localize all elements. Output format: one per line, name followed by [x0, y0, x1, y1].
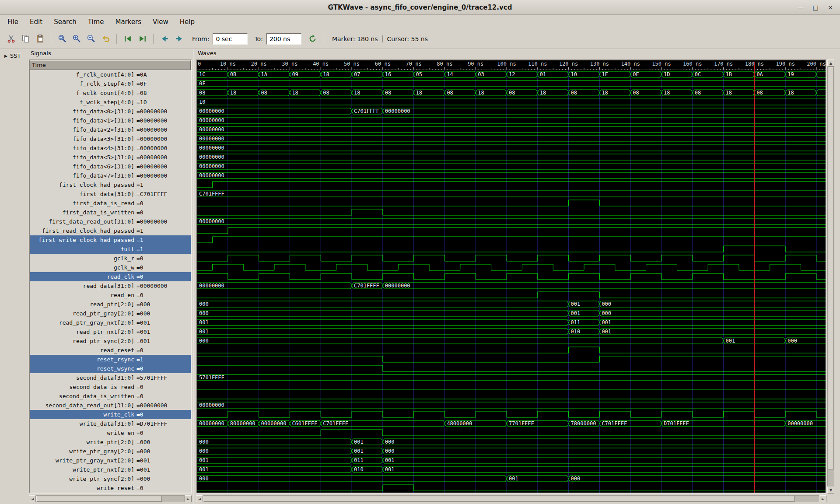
signal-value: =1: [136, 237, 183, 243]
signal-row[interactable]: read_ptr_gray_nxt[2:0]=001: [30, 318, 191, 327]
scrollbar-trough[interactable]: [827, 66, 834, 486]
signal-row[interactable]: fifo_data<5>[31:0]=00000000: [30, 153, 191, 162]
signal-row[interactable]: read_en=0: [30, 290, 191, 300]
svg-text:08: 08: [695, 90, 701, 96]
waves-hscrollbar[interactable]: ◄ ►: [196, 495, 826, 502]
signal-row[interactable]: first_clock_had_passed=1: [30, 180, 191, 189]
menu-markers[interactable]: Markers: [109, 16, 147, 28]
scrollbar-thumb[interactable]: [828, 67, 834, 469]
time-column-header[interactable]: Time: [30, 60, 191, 70]
scroll-right-arrow[interactable]: ►: [185, 495, 192, 502]
signal-row[interactable]: fifo_data<2>[31:0]=00000000: [30, 125, 191, 134]
reload-button[interactable]: [306, 32, 319, 46]
signal-row[interactable]: fifo_data<6>[31:0]=00000000: [30, 162, 191, 171]
from-input[interactable]: [213, 33, 248, 45]
signals-list: f_rclk_count[4:0]=0Af_rclk_step[4:0]=0Ff…: [30, 70, 191, 493]
scrollbar-thumb[interactable]: [203, 496, 794, 502]
signal-row[interactable]: write_clk=0: [30, 410, 191, 419]
menu-file[interactable]: File: [2, 16, 24, 28]
minimize-button[interactable]: —: [794, 2, 807, 13]
signal-row[interactable]: reset_rsync=1: [30, 355, 191, 364]
scroll-left-arrow[interactable]: ◄: [196, 495, 203, 502]
signal-row[interactable]: fifo_data<7>[31:0]=00000000: [30, 171, 191, 180]
signal-row[interactable]: read_ptr_sync[2:0]=001: [30, 336, 191, 346]
marker-status: Marker: 180 ns: [332, 35, 378, 42]
signal-row[interactable]: write_data[31:0]=D701FFFF: [30, 419, 191, 428]
svg-text:D701FFFF: D701FFFF: [664, 420, 689, 427]
signal-row[interactable]: read_ptr_gray[2:0]=000: [30, 309, 191, 318]
signal-row[interactable]: second_data_read_out[31:0]=00000000: [30, 401, 191, 410]
scrollbar-thumb[interactable]: [36, 496, 162, 502]
page-right-button[interactable]: [172, 32, 186, 46]
menu-search[interactable]: Search: [48, 16, 82, 28]
waves-vscrollbar[interactable]: ▲ ▼: [827, 60, 834, 494]
signal-row[interactable]: fifo_data<3>[31:0]=00000000: [30, 134, 191, 144]
signal-name: read_en: [32, 292, 134, 298]
signal-row[interactable]: first_data[31:0]=C701FFFF: [30, 189, 191, 199]
svg-text:70 ns: 70 ns: [406, 61, 422, 67]
copy-button[interactable]: [19, 32, 32, 46]
sst-expander[interactable]: ▶ SST: [0, 49, 29, 59]
signal-row[interactable]: first_data_read_out[31:0]=00000000: [30, 217, 191, 226]
close-button[interactable]: ×: [824, 2, 836, 13]
menu-time[interactable]: Time: [82, 16, 110, 28]
signal-row[interactable]: write_ptr[2:0]=000: [30, 438, 191, 447]
page-left-button[interactable]: [158, 32, 171, 46]
signal-row[interactable]: gclk_w=0: [30, 263, 191, 272]
scroll-left-arrow[interactable]: ◄: [29, 495, 36, 502]
signal-row[interactable]: f_wclk_step[4:0]=10: [30, 98, 191, 107]
signal-row[interactable]: write_en=0: [30, 428, 191, 438]
signals-hscrollbar[interactable]: ◄ ►: [29, 495, 192, 502]
maximize-button[interactable]: □: [809, 2, 822, 13]
signal-row[interactable]: first_data_is_read=0: [30, 199, 191, 208]
shift-to-end-button[interactable]: [136, 32, 149, 46]
menu-view[interactable]: View: [147, 16, 174, 28]
zoom-out-button[interactable]: [84, 32, 98, 46]
signal-row[interactable]: f_rclk_step[4:0]=0F: [30, 79, 191, 88]
cut-button[interactable]: [4, 32, 18, 46]
scroll-down-arrow[interactable]: ▼: [827, 486, 834, 494]
signal-row[interactable]: second_data[31:0]=5701FFFF: [30, 373, 191, 382]
menu-help[interactable]: Help: [174, 16, 200, 28]
panel-splitter[interactable]: [192, 49, 196, 504]
signal-row[interactable]: gclk_r=0: [30, 254, 191, 263]
menu-edit[interactable]: Edit: [24, 16, 48, 28]
svg-text:C601FFFF: C601FFFF: [292, 420, 317, 427]
signal-row[interactable]: fifo_data<0>[31:0]=00000000: [30, 107, 191, 116]
signal-row[interactable]: second_data_is_read=0: [30, 382, 191, 392]
signal-row[interactable]: fifo_data<1>[31:0]=00000000: [30, 116, 191, 125]
signal-row[interactable]: read_ptr_nxt[2:0]=001: [30, 327, 191, 336]
scroll-up-arrow[interactable]: ▲: [827, 60, 834, 66]
toolbar-separator: [51, 34, 51, 44]
signal-row[interactable]: write_ptr_sync[2:0]=000: [30, 474, 191, 483]
zoom-fit-button[interactable]: [56, 32, 69, 46]
svg-text:10 ns: 10 ns: [220, 61, 236, 67]
signal-row[interactable]: write_ptr_gray_nxt[2:0]=001: [30, 456, 191, 465]
signal-row[interactable]: second_data_is_written=0: [30, 392, 191, 401]
svg-text:1F: 1F: [602, 71, 608, 77]
waveform-canvas[interactable]: 010 ns20 ns30 ns40 ns50 ns60 ns70 ns80 n…: [197, 60, 826, 493]
signal-row[interactable]: fifo_data<4>[31:0]=00000000: [30, 144, 191, 153]
signal-row[interactable]: f_rclk_count[4:0]=0A: [30, 70, 191, 79]
signal-row[interactable]: read_data[31:0]=00000000: [30, 281, 191, 290]
signal-row[interactable]: f_wclk_count[4:0]=08: [30, 88, 191, 98]
scroll-right-arrow[interactable]: ►: [819, 495, 826, 502]
shift-to-start-button[interactable]: [121, 32, 134, 46]
zoom-undo-button[interactable]: [99, 32, 112, 46]
signal-row[interactable]: write_ptr_gray[2:0]=000: [30, 447, 191, 456]
signal-row[interactable]: first_read_clock_had_passed=1: [30, 226, 191, 235]
to-input[interactable]: [266, 33, 301, 45]
signal-row[interactable]: write_reset=0: [30, 483, 191, 493]
signal-row[interactable]: full=1: [30, 245, 191, 254]
signal-row[interactable]: first_data_is_written=0: [30, 208, 191, 217]
signal-row[interactable]: read_reset=0: [30, 346, 191, 355]
scrollbar-trough[interactable]: [36, 495, 185, 502]
signal-row[interactable]: read_ptr[2:0]=000: [30, 300, 191, 309]
signal-row[interactable]: read_clk=0: [30, 272, 191, 281]
paste-button[interactable]: [33, 32, 46, 46]
zoom-in-button[interactable]: [70, 32, 83, 46]
signal-row[interactable]: reset_wsync=0: [30, 364, 191, 373]
signal-row[interactable]: first_write_clock_had_passed=1: [30, 235, 191, 245]
signal-row[interactable]: write_ptr_nxt[2:0]=001: [30, 465, 191, 474]
scrollbar-trough[interactable]: [203, 495, 819, 502]
